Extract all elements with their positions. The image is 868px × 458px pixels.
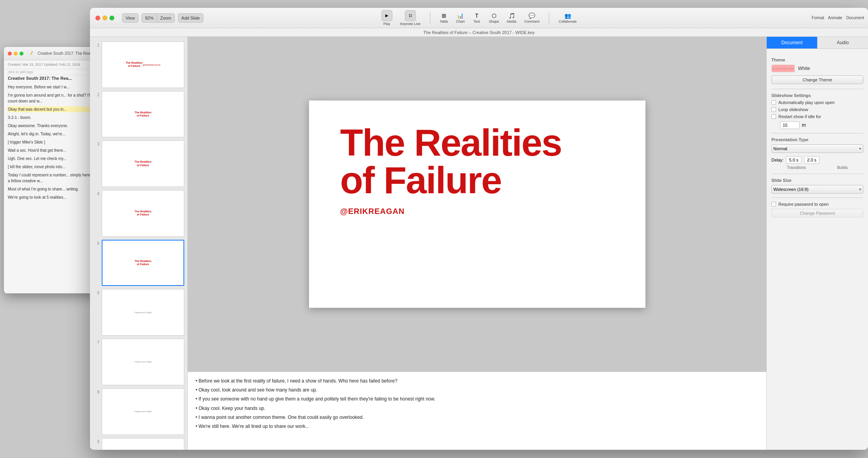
slide-thumbnail-3[interactable]: 3 The Realitiesof Failure	[90, 139, 187, 189]
shape-btn[interactable]: ⬡ Shape	[489, 13, 499, 23]
thumbnail-preview-5[interactable]: The Realitiesof Failure	[102, 240, 184, 286]
slide-thumbnail-9[interactable]: 9 If you're not failing,you're not tryin…	[90, 436, 187, 450]
auto-play-checkbox[interactable]	[771, 100, 776, 105]
media-btn[interactable]: 🎵 Media	[507, 13, 517, 23]
transitions-label: Transitions	[787, 165, 806, 170]
slide-thumbnail-1[interactable]: 1 The Realitiesof Failure @ERIKREAGAN	[90, 40, 187, 90]
slide-number-6: 6	[93, 291, 99, 295]
restart-idle-row[interactable]: Restart show if idle for	[771, 114, 863, 119]
slide-thumbnail-5[interactable]: 5 The Realitiesof Failure	[90, 238, 187, 288]
delay-tab-labels: Transitions Builds	[771, 165, 863, 170]
notes-tag-area[interactable]: click to add tags	[4, 69, 100, 75]
presentation-type-select[interactable]: Normal Links Only Kiosk	[771, 144, 863, 153]
add-slide-btn[interactable]: Add Slide	[178, 14, 203, 22]
add-slide-btn-group[interactable]: Add Slide	[178, 13, 203, 23]
slide-thumbnail-4[interactable]: 4 The Realitiesof Failure	[90, 189, 187, 238]
presenter-notes[interactable]: • Before we look at the first reality of…	[188, 372, 766, 450]
slide-size-select-wrapper[interactable]: Widescreen (16:9) Standard (4:3) Custom	[771, 185, 863, 194]
change-password-btn[interactable]: Change Password	[771, 209, 863, 217]
collaborate-btn[interactable]: 👥 Collaborate	[559, 13, 577, 23]
slide-number-1: 1	[93, 43, 99, 47]
idle-time-row: m	[771, 121, 863, 129]
notes-meta: Created: Mar 23, 2017 Updated: Feb 22, 2…	[4, 60, 100, 69]
comment-btn[interactable]: 💬 Comment	[524, 13, 539, 23]
zoom-btn[interactable]: Zoom	[157, 14, 174, 22]
slide-canvas-area[interactable]: The Realities of Failure @ERIKREAGAN	[188, 37, 766, 372]
slide-size-select[interactable]: Widescreen (16:9) Standard (4:3) Custom	[771, 185, 863, 194]
close-button[interactable]	[95, 16, 100, 20]
auto-play-row[interactable]: Automatically play upon open	[771, 100, 863, 105]
thumbnail-preview-6[interactable]: Failure isn't fatal	[102, 289, 184, 336]
keynote-live-btn[interactable]: ⊡ Keynote Live	[400, 10, 421, 26]
slide-thumbnail-7[interactable]: 7 Failure isn't fatal	[90, 337, 187, 387]
thumbnail-preview-7[interactable]: Failure isn't fatal	[102, 339, 184, 385]
slide-number-9: 9	[93, 440, 99, 444]
thumbnail-preview-8[interactable]: Failure isn't fatal	[102, 388, 184, 435]
view-btn[interactable]: View	[122, 14, 138, 22]
slide-number-2: 2	[93, 93, 99, 97]
slide-main-title: The Realities of Failure	[340, 124, 614, 199]
restart-idle-checkbox[interactable]	[771, 114, 776, 119]
tab-document[interactable]: Document	[767, 37, 818, 48]
notes-minimize-btn[interactable]	[14, 52, 18, 56]
thumbnails-panel[interactable]: 1 The Realitiesof Failure @ERIKREAGAN 2 …	[90, 37, 188, 450]
divider-1	[771, 89, 863, 89]
note-item-3: Okay that was decent but you in...	[8, 106, 96, 112]
thumbnail-preview-1[interactable]: The Realitiesof Failure @ERIKREAGAN	[102, 41, 184, 88]
auto-play-label: Automatically play upon open	[778, 100, 835, 105]
notes-traffic-lights	[8, 52, 23, 56]
slide-number-5: 5	[93, 241, 99, 246]
builds-label: Builds	[837, 165, 848, 170]
text-btn[interactable]: T Text	[473, 13, 481, 23]
thumbnail-preview-4[interactable]: The Realitiesof Failure	[102, 190, 184, 237]
slide-thumbnail-6[interactable]: 6 Failure isn't fatal	[90, 287, 187, 337]
loop-slideshow-checkbox[interactable]	[771, 107, 776, 112]
notes-zoom-btn[interactable]	[20, 52, 23, 56]
theme-name: White	[798, 66, 810, 71]
document-tab[interactable]: Document	[846, 16, 864, 20]
notes-close-btn[interactable]	[8, 52, 12, 56]
zoom-btn-group[interactable]: 92% Zoom	[142, 13, 175, 23]
keynote-live-icon[interactable]: ⊡	[405, 10, 416, 21]
thumbnail-preview-3[interactable]: The Realitiesof Failure	[102, 140, 184, 187]
note-item-6: Alright, let's dig in. Today, we're...	[8, 131, 96, 137]
idle-minutes-input[interactable]	[780, 121, 800, 129]
note-item-7: [ trigger Mike's Slide ]	[8, 139, 96, 145]
loop-slideshow-row[interactable]: Loop slideshow	[771, 107, 863, 112]
presentation-type-select-wrapper[interactable]: Normal Links Only Kiosk	[771, 144, 863, 153]
format-tab[interactable]: Format	[812, 16, 824, 20]
thumb-title-2: The Realitiesof Failure	[135, 111, 151, 118]
animate-tab[interactable]: Animate	[828, 16, 843, 20]
table-btn[interactable]: ⊞ Table	[440, 13, 448, 23]
main-content: 1 The Realitiesof Failure @ERIKREAGAN 2 …	[90, 37, 868, 450]
play-btn-group[interactable]: ▶ Play	[381, 10, 392, 26]
slide-thumbnail-8[interactable]: 8 Failure isn't fatal	[90, 387, 187, 436]
play-icon[interactable]: ▶	[381, 10, 392, 21]
note-item-1: Hey everyone. Before we start I w...	[8, 84, 96, 90]
presentation-type-title: Presentation Type	[771, 137, 863, 142]
view-btn-group[interactable]: View	[122, 13, 138, 23]
chart-label: Chart	[456, 20, 465, 23]
slide-canvas[interactable]: The Realities of Failure @ERIKREAGAN	[309, 101, 645, 308]
thumb-title-1: The Realitiesof Failure	[126, 61, 142, 68]
require-password-row[interactable]: Require password to open	[771, 202, 863, 207]
tab-audio[interactable]: Audio	[818, 37, 868, 48]
change-theme-button[interactable]: Change Theme	[771, 75, 863, 84]
note-item-2: I'm gonna turn around and get n... for a…	[8, 92, 96, 104]
zoom-value[interactable]: 92%	[142, 14, 157, 22]
thumbnail-preview-9[interactable]: If you're not failing,you're not trying	[102, 438, 184, 450]
table-label: Table	[440, 20, 448, 23]
thumbnail-preview-2[interactable]: The Realitiesof Failure	[102, 91, 184, 138]
theme-preview: Lorem ipsum dolor White	[771, 65, 863, 72]
slide-thumbnail-2[interactable]: 2 The Realitiesof Failure	[90, 90, 187, 139]
require-password-checkbox[interactable]	[771, 202, 776, 207]
minimize-button[interactable]	[102, 16, 107, 20]
notes-body[interactable]: Creative South 2017: The Rea... Hey ever…	[4, 75, 100, 293]
collaborate-label: Collaborate	[559, 20, 577, 23]
shape-label: Shape	[489, 20, 499, 23]
zoom-button[interactable]	[110, 16, 114, 20]
delay-input-2[interactable]	[804, 156, 819, 164]
keynote-live-label: Keynote Live	[400, 22, 421, 26]
delay-input-1[interactable]	[786, 156, 802, 164]
chart-btn[interactable]: 📊 Chart	[456, 13, 465, 23]
